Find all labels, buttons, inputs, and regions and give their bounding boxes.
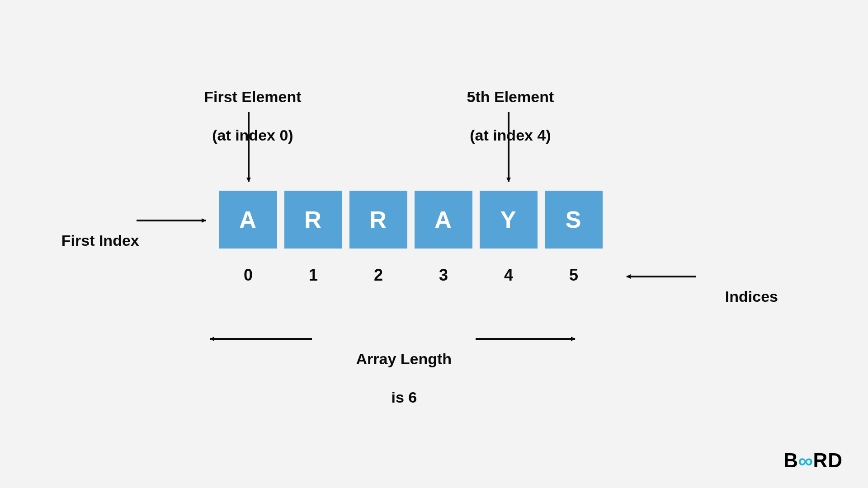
brand-letter: RD xyxy=(813,449,843,472)
diagram-stage: First Element (at index 0) 5th Element (… xyxy=(0,0,868,488)
infinity-icon: ∞ xyxy=(798,450,813,472)
brand-logo: B∞RD xyxy=(783,449,843,472)
brand-letter: B xyxy=(783,449,798,472)
arrows-overlay xyxy=(0,0,868,488)
